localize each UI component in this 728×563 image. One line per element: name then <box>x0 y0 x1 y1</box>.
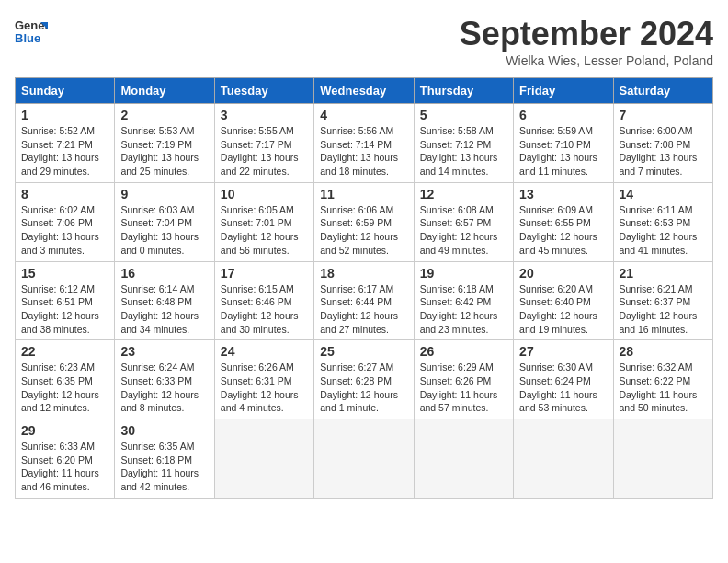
day-number: 3 <box>221 108 308 122</box>
day-info: Sunrise: 6:06 AM Sunset: 6:59 PM Dayligh… <box>320 203 407 258</box>
day-info: Sunrise: 6:20 AM Sunset: 6:40 PM Dayligh… <box>519 282 607 337</box>
logo: General Blue <box>15 15 48 48</box>
day-number: 22 <box>21 344 108 359</box>
calendar-cell: 23Sunrise: 6:24 AM Sunset: 6:33 PM Dayli… <box>115 340 214 419</box>
day-number: 29 <box>21 423 108 438</box>
logo-icon: General Blue <box>15 15 48 48</box>
calendar-cell: 7Sunrise: 6:00 AM Sunset: 7:08 PM Daylig… <box>613 104 712 183</box>
day-number: 28 <box>620 344 707 359</box>
calendar-cell: 24Sunrise: 6:26 AM Sunset: 6:31 PM Dayli… <box>214 340 313 419</box>
day-number: 23 <box>120 344 208 359</box>
day-info: Sunrise: 6:17 AM Sunset: 6:44 PM Dayligh… <box>320 282 407 337</box>
day-info: Sunrise: 6:09 AM Sunset: 6:55 PM Dayligh… <box>519 203 607 258</box>
header: General Blue September 2024 Wielka Wies,… <box>15 15 713 68</box>
calendar-cell: 25Sunrise: 6:27 AM Sunset: 6:28 PM Dayli… <box>314 340 414 419</box>
day-of-week-header: Sunday <box>16 78 115 104</box>
day-info: Sunrise: 6:00 AM Sunset: 7:08 PM Dayligh… <box>620 124 707 178</box>
calendar-cell: 2Sunrise: 5:53 AM Sunset: 7:19 PM Daylig… <box>115 104 214 183</box>
day-info: Sunrise: 5:59 AM Sunset: 7:10 PM Dayligh… <box>519 124 607 178</box>
day-number: 6 <box>519 108 607 122</box>
day-number: 21 <box>620 266 707 281</box>
calendar-cell: 18Sunrise: 6:17 AM Sunset: 6:44 PM Dayli… <box>314 261 414 340</box>
day-of-week-header: Thursday <box>414 78 513 104</box>
day-number: 1 <box>21 108 108 122</box>
month-title: September 2024 <box>460 15 713 53</box>
day-info: Sunrise: 6:35 AM Sunset: 6:18 PM Dayligh… <box>120 440 208 494</box>
day-number: 18 <box>320 266 407 281</box>
calendar-week-row: 1Sunrise: 5:52 AM Sunset: 7:21 PM Daylig… <box>16 104 713 183</box>
day-info: Sunrise: 6:24 AM Sunset: 6:33 PM Dayligh… <box>120 361 208 415</box>
day-info: Sunrise: 6:18 AM Sunset: 6:42 PM Dayligh… <box>420 282 507 337</box>
day-info: Sunrise: 6:15 AM Sunset: 6:46 PM Dayligh… <box>221 282 308 337</box>
day-info: Sunrise: 5:53 AM Sunset: 7:19 PM Dayligh… <box>120 124 208 178</box>
day-info: Sunrise: 6:08 AM Sunset: 6:57 PM Dayligh… <box>420 203 507 258</box>
calendar-cell: 14Sunrise: 6:11 AM Sunset: 6:53 PM Dayli… <box>613 182 712 261</box>
day-info: Sunrise: 6:26 AM Sunset: 6:31 PM Dayligh… <box>221 361 308 415</box>
day-info: Sunrise: 6:27 AM Sunset: 6:28 PM Dayligh… <box>320 361 407 415</box>
day-info: Sunrise: 6:02 AM Sunset: 7:06 PM Dayligh… <box>21 203 108 258</box>
calendar-cell: 20Sunrise: 6:20 AM Sunset: 6:40 PM Dayli… <box>514 261 613 340</box>
calendar-cell: 5Sunrise: 5:58 AM Sunset: 7:12 PM Daylig… <box>414 104 513 183</box>
day-number: 14 <box>620 187 707 201</box>
day-info: Sunrise: 5:52 AM Sunset: 7:21 PM Dayligh… <box>21 124 108 178</box>
calendar-cell: 1Sunrise: 5:52 AM Sunset: 7:21 PM Daylig… <box>16 104 115 183</box>
calendar-week-row: 15Sunrise: 6:12 AM Sunset: 6:51 PM Dayli… <box>16 261 713 340</box>
day-number: 2 <box>120 108 208 122</box>
calendar-cell: 9Sunrise: 6:03 AM Sunset: 7:04 PM Daylig… <box>115 182 214 261</box>
day-number: 17 <box>221 266 308 281</box>
calendar-cell: 13Sunrise: 6:09 AM Sunset: 6:55 PM Dayli… <box>514 182 613 261</box>
svg-text:Blue: Blue <box>15 31 40 45</box>
calendar-cell: 10Sunrise: 6:05 AM Sunset: 7:01 PM Dayli… <box>214 182 313 261</box>
day-info: Sunrise: 6:33 AM Sunset: 6:20 PM Dayligh… <box>21 440 108 494</box>
day-of-week-header: Wednesday <box>314 78 414 104</box>
calendar-body: 1Sunrise: 5:52 AM Sunset: 7:21 PM Daylig… <box>16 104 713 499</box>
day-number: 12 <box>420 187 507 201</box>
day-info: Sunrise: 6:03 AM Sunset: 7:04 PM Dayligh… <box>120 203 208 258</box>
day-of-week-header: Tuesday <box>214 78 313 104</box>
calendar-cell: 3Sunrise: 5:55 AM Sunset: 7:17 PM Daylig… <box>214 104 313 183</box>
calendar-week-row: 22Sunrise: 6:23 AM Sunset: 6:35 PM Dayli… <box>16 340 713 419</box>
calendar-cell <box>314 419 414 499</box>
day-number: 30 <box>120 423 208 438</box>
day-number: 25 <box>320 344 407 359</box>
day-number: 10 <box>221 187 308 201</box>
calendar-table: SundayMondayTuesdayWednesdayThursdayFrid… <box>15 77 713 499</box>
day-info: Sunrise: 6:23 AM Sunset: 6:35 PM Dayligh… <box>21 361 108 415</box>
calendar-cell <box>214 419 313 499</box>
calendar-cell: 11Sunrise: 6:06 AM Sunset: 6:59 PM Dayli… <box>314 182 414 261</box>
calendar-cell <box>613 419 712 499</box>
calendar-cell <box>414 419 513 499</box>
calendar-cell: 4Sunrise: 5:56 AM Sunset: 7:14 PM Daylig… <box>314 104 414 183</box>
day-info: Sunrise: 6:29 AM Sunset: 6:26 PM Dayligh… <box>420 361 507 415</box>
calendar-cell: 29Sunrise: 6:33 AM Sunset: 6:20 PM Dayli… <box>16 419 115 499</box>
day-number: 8 <box>21 187 108 201</box>
day-info: Sunrise: 5:58 AM Sunset: 7:12 PM Dayligh… <box>420 124 507 178</box>
svg-text:General: General <box>15 18 48 32</box>
day-of-week-header: Saturday <box>613 78 712 104</box>
day-number: 24 <box>221 344 308 359</box>
day-number: 5 <box>420 108 507 122</box>
day-number: 20 <box>519 266 607 281</box>
calendar-week-row: 8Sunrise: 6:02 AM Sunset: 7:06 PM Daylig… <box>16 182 713 261</box>
day-info: Sunrise: 5:55 AM Sunset: 7:17 PM Dayligh… <box>221 124 308 178</box>
calendar-cell: 16Sunrise: 6:14 AM Sunset: 6:48 PM Dayli… <box>115 261 214 340</box>
calendar-header-row: SundayMondayTuesdayWednesdayThursdayFrid… <box>16 78 713 104</box>
calendar-cell: 22Sunrise: 6:23 AM Sunset: 6:35 PM Dayli… <box>16 340 115 419</box>
calendar-cell: 8Sunrise: 6:02 AM Sunset: 7:06 PM Daylig… <box>16 182 115 261</box>
day-info: Sunrise: 6:32 AM Sunset: 6:22 PM Dayligh… <box>620 361 707 415</box>
day-of-week-header: Monday <box>115 78 214 104</box>
calendar-cell: 15Sunrise: 6:12 AM Sunset: 6:51 PM Dayli… <box>16 261 115 340</box>
calendar-cell: 27Sunrise: 6:30 AM Sunset: 6:24 PM Dayli… <box>514 340 613 419</box>
day-info: Sunrise: 6:30 AM Sunset: 6:24 PM Dayligh… <box>519 361 607 415</box>
calendar-cell: 28Sunrise: 6:32 AM Sunset: 6:22 PM Dayli… <box>613 340 712 419</box>
day-info: Sunrise: 6:14 AM Sunset: 6:48 PM Dayligh… <box>120 282 208 337</box>
calendar-cell <box>514 419 613 499</box>
day-of-week-header: Friday <box>514 78 613 104</box>
day-info: Sunrise: 6:21 AM Sunset: 6:37 PM Dayligh… <box>620 282 707 337</box>
calendar-cell: 12Sunrise: 6:08 AM Sunset: 6:57 PM Dayli… <box>414 182 513 261</box>
calendar-cell: 30Sunrise: 6:35 AM Sunset: 6:18 PM Dayli… <box>115 419 214 499</box>
day-number: 19 <box>420 266 507 281</box>
day-number: 9 <box>120 187 208 201</box>
day-number: 13 <box>519 187 607 201</box>
day-number: 27 <box>519 344 607 359</box>
